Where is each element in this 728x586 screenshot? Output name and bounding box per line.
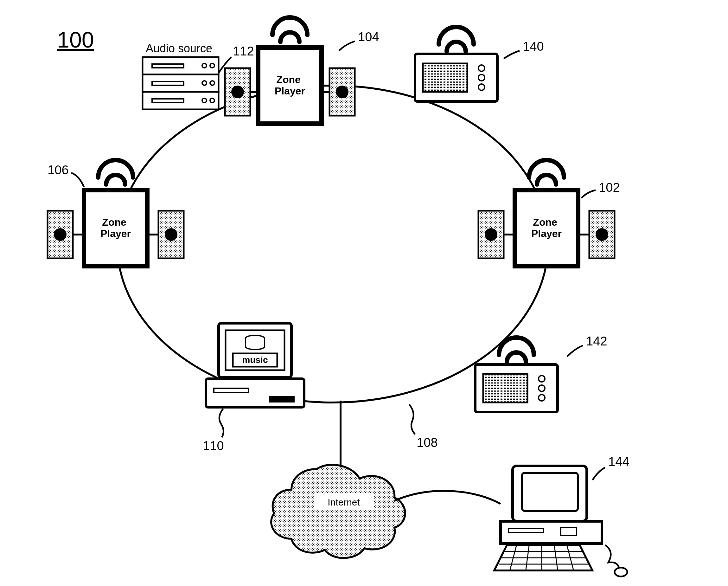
svg-rect-30	[269, 396, 295, 403]
ref-108: 108	[417, 435, 438, 450]
ref-104: 104	[358, 30, 379, 44]
ref-102: 102	[599, 180, 620, 194]
svg-rect-43	[522, 473, 578, 511]
svg-rect-44	[509, 529, 543, 532]
zp-label: Zone Player	[275, 74, 305, 97]
audio-source-label: Audio source	[146, 42, 212, 55]
leader-108	[409, 404, 415, 434]
ref-110: 110	[203, 439, 224, 453]
leader-104	[339, 41, 355, 51]
zone-player-102: Zone Player	[478, 160, 615, 266]
leader-142	[567, 346, 583, 357]
audio-source-stack	[142, 57, 218, 109]
svg-rect-31	[214, 388, 249, 393]
cloud-to-pc	[394, 491, 500, 504]
svg-rect-24	[152, 99, 184, 103]
ref-106: 106	[48, 163, 69, 177]
internet-cloud: Internet	[271, 465, 405, 558]
ref-144: 144	[608, 455, 629, 468]
leader-144	[592, 467, 605, 480]
ref-112: 112	[233, 44, 254, 58]
svg-rect-34	[423, 63, 467, 92]
svg-rect-39	[483, 374, 527, 403]
leader-102	[581, 190, 596, 198]
figure-number: 100	[57, 28, 94, 52]
remote-pc-144	[494, 466, 627, 577]
music-pc: music	[206, 323, 304, 407]
leader-110	[219, 409, 223, 437]
svg-point-54	[615, 568, 627, 577]
svg-rect-23	[152, 81, 184, 85]
internet-label: Internet	[328, 497, 360, 507]
svg-rect-22	[152, 64, 184, 68]
svg-text:Zone
      Player: Zone Player	[100, 216, 131, 239]
leader-140	[504, 51, 520, 59]
zone-player-104: Zone Player	[225, 18, 355, 124]
music-label: music	[242, 355, 268, 365]
ref-140: 140	[523, 39, 544, 53]
leader-106	[71, 173, 84, 187]
ref-142: 142	[586, 334, 607, 348]
controller-142	[475, 337, 557, 412]
controller-140	[415, 27, 497, 101]
svg-rect-45	[561, 528, 577, 536]
svg-text:Zone
      Player: Zone Player	[531, 216, 562, 239]
